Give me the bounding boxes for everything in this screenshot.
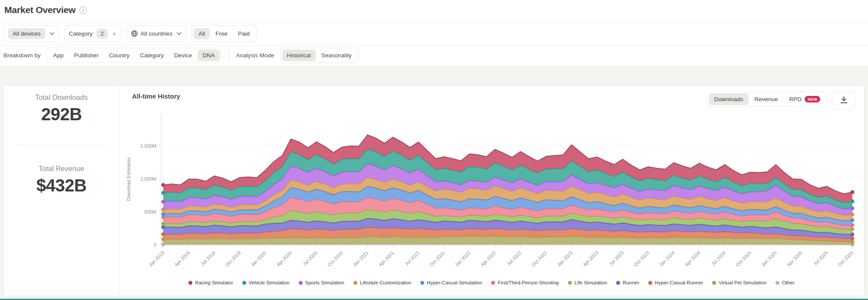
svg-text:1,500M: 1,500M (140, 143, 156, 148)
legend-dot (568, 281, 572, 285)
svg-text:Oct 2023: Oct 2023 (633, 250, 650, 267)
svg-text:Apr 2020: Apr 2020 (275, 250, 293, 267)
legend-dot (776, 281, 779, 285)
legend-item-virtual-pet-simulation[interactable]: Virtual Pet Simulation (712, 280, 766, 285)
legend-dot (299, 281, 303, 285)
legend-dot (491, 281, 495, 285)
legend-dot (188, 281, 192, 285)
divider (16, 145, 107, 145)
svg-text:Oct 2025: Oct 2025 (837, 250, 854, 267)
legend-item-sports-simulation[interactable]: Sports Simulation (299, 280, 344, 285)
legend-dot (712, 281, 716, 285)
svg-text:500M: 500M (144, 209, 156, 214)
svg-text:0: 0 (154, 242, 156, 247)
mode-tab-seasonality[interactable]: Seasonality (317, 49, 356, 61)
divider (0, 22, 868, 22)
svg-text:Apr 2023: Apr 2023 (582, 250, 599, 267)
legend-dot (420, 281, 424, 285)
market-overview-page: Market Overview i All devices Category 2… (0, 0, 868, 300)
chart-legend: Racing SimulatorVehicle SimulationSports… (119, 280, 864, 285)
svg-text:Apr 2024: Apr 2024 (684, 250, 701, 267)
device-filter-value[interactable]: All devices (8, 28, 45, 39)
svg-text:Apr 2022: Apr 2022 (479, 250, 497, 267)
svg-text:Jan 2025: Jan 2025 (760, 250, 778, 267)
legend-dot (242, 281, 246, 285)
legend-item-runner[interactable]: Runner (616, 280, 639, 285)
stacked-area-chart[interactable]: 0500M1,000M1,500MDownload EstimatesJan 2… (119, 86, 864, 296)
svg-text:Apr 2025: Apr 2025 (786, 250, 803, 267)
svg-text:Jan 2021: Jan 2021 (352, 250, 369, 267)
chevron-down-icon (177, 32, 182, 35)
svg-text:Jul 2020: Jul 2020 (302, 250, 318, 267)
breakdown-label: Breakdown by (3, 52, 41, 59)
legend-dot (648, 281, 652, 285)
svg-text:Jul 2023: Jul 2023 (608, 250, 625, 267)
legend-item-first-third-person-shooting[interactable]: First/Third-Person Shooting (491, 280, 559, 285)
legend-dot (353, 281, 357, 285)
svg-text:Apr 2021: Apr 2021 (377, 250, 395, 267)
svg-text:Download Estimates: Download Estimates (126, 157, 131, 201)
category-filter[interactable]: Category 2 × (64, 25, 121, 42)
legend-item-life-simulation[interactable]: Life Simulation (568, 280, 607, 285)
category-count-badge: 2 (96, 29, 108, 39)
pricing-option-all[interactable]: All (194, 28, 210, 39)
globe-icon (131, 30, 138, 37)
pricing-option-free[interactable]: Free (211, 28, 232, 39)
svg-text:Oct 2020: Oct 2020 (327, 250, 344, 267)
svg-text:Jul 2021: Jul 2021 (404, 250, 420, 267)
svg-text:Oct 2022: Oct 2022 (531, 250, 548, 267)
breakdown-tab-publisher[interactable]: Publisher (69, 49, 103, 61)
device-filter[interactable]: All devices (3, 25, 59, 42)
divider (0, 45, 868, 46)
breakdown-tab-device[interactable]: Device (169, 49, 197, 61)
svg-text:Oct 2019: Oct 2019 (224, 250, 242, 267)
legend-item-lifestyle-customization[interactable]: Lifestyle Customization (353, 280, 411, 285)
filter-bar: All devices Category 2 × All countries A (3, 25, 257, 42)
legend-item-hyper-casual-runner[interactable]: Hyper-Casual Runner (648, 280, 703, 285)
legend-item-hyper-casual-simulation[interactable]: Hyper-Casual Simulation (420, 280, 482, 285)
svg-text:1,000M: 1,000M (140, 176, 156, 181)
legend-item-other[interactable]: Other (776, 280, 795, 285)
breakdown-tab-app[interactable]: App (49, 49, 69, 61)
page-title: Market Overview (4, 5, 76, 15)
total-downloads-value: 292B (4, 105, 119, 124)
divider (229, 50, 229, 61)
country-filter[interactable]: All countries (126, 25, 187, 42)
close-icon[interactable]: × (112, 30, 116, 37)
pricing-filter: AllFreePaid (191, 25, 257, 42)
total-revenue-value: $432B (4, 176, 119, 195)
svg-text:Apr 2019: Apr 2019 (173, 250, 191, 267)
legend-dot (616, 281, 620, 285)
svg-text:Jul 2019: Jul 2019 (200, 250, 216, 267)
analysis-mode-tabs: HistoricalSeasonality (280, 48, 359, 63)
svg-text:Oct 2021: Oct 2021 (429, 250, 446, 267)
chevron-down-icon (50, 32, 54, 35)
svg-text:Jan 2019: Jan 2019 (148, 250, 165, 267)
info-icon[interactable]: i (79, 7, 87, 14)
category-filter-label: Category (69, 30, 93, 37)
svg-text:Jan 2023: Jan 2023 (556, 250, 573, 267)
legend-item-vehicle-simulation[interactable]: Vehicle Simulation (242, 280, 290, 285)
analysis-mode-label: Analysis Mode (236, 52, 274, 59)
breakdown-tab-dna[interactable]: DNA (198, 49, 220, 61)
total-revenue-label: Total Revenue (4, 165, 119, 173)
total-downloads-label: Total Downloads (4, 93, 119, 102)
breakdown-tab-category[interactable]: Category (135, 49, 168, 61)
breakdown-row: Breakdown by AppPublisherCountryCategory… (3, 48, 359, 63)
svg-text:Jan 2024: Jan 2024 (658, 250, 675, 267)
legend-item-racing-simulator[interactable]: Racing Simulator (188, 280, 233, 285)
svg-text:Jul 2024: Jul 2024 (710, 250, 727, 267)
breakdown-tabs: AppPublisherCountryCategoryDeviceDNA (46, 48, 222, 63)
svg-text:Oct 2024: Oct 2024 (735, 250, 752, 267)
svg-text:Jan 2020: Jan 2020 (250, 250, 267, 267)
breakdown-tab-country[interactable]: Country (104, 49, 134, 61)
svg-text:Jul 2022: Jul 2022 (506, 250, 522, 267)
market-card: Total Downloads 292B Total Revenue $432B… (3, 85, 865, 296)
svg-text:Jan 2022: Jan 2022 (454, 250, 471, 267)
pricing-option-paid[interactable]: Paid (233, 28, 254, 39)
svg-text:Jul 2025: Jul 2025 (812, 250, 829, 267)
country-filter-value: All countries (141, 30, 173, 37)
mode-tab-historical[interactable]: Historical (282, 49, 316, 61)
